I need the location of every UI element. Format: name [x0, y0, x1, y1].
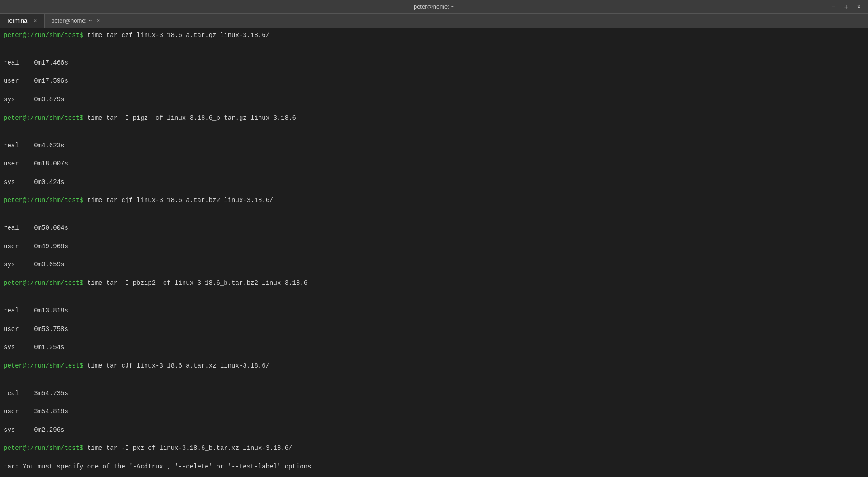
term-cmd: time tar -I pxz cf linux-3.18.6_b.tar.xz…	[83, 444, 292, 452]
tab-spacer	[108, 14, 868, 28]
tab-terminal[interactable]: Terminal ×	[0, 14, 45, 28]
term-command-line: peter@:/run/shm/test$ time tar -I pigz -…	[4, 113, 864, 123]
tab-terminal-close[interactable]: ×	[32, 17, 38, 24]
tab-home-close[interactable]: ×	[95, 17, 101, 24]
term-output-line: user 0m17.596s	[4, 76, 864, 85]
term-output-line: real 0m50.004s	[4, 223, 864, 232]
term-prompt: peter@:/run/shm/test$	[4, 114, 83, 122]
term-cmd: time tar -I pigz -cf linux-3.18.6_b.tar.…	[83, 114, 296, 122]
tab-home[interactable]: peter@home: ~ ×	[45, 14, 108, 28]
terminal-pane[interactable]: peter@:/run/shm/test$ time tar czf linux…	[0, 28, 868, 477]
window-frame: peter@home: ~ − + × Terminal × peter@hom…	[0, 0, 868, 477]
term-prompt: peter@:/run/shm/test$	[4, 362, 83, 369]
term-cmd: time tar cjf linux-3.18.6_a.tar.bz2 linu…	[83, 197, 273, 204]
term-output-line: sys 0m1.254s	[4, 343, 864, 352]
tab-home-label: peter@home: ~	[51, 17, 92, 24]
term-output-line: user 0m49.968s	[4, 242, 864, 251]
maximize-button[interactable]: +	[842, 2, 851, 11]
term-command-line: peter@:/run/shm/test$ time tar cjf linux…	[4, 196, 864, 205]
term-command-line: peter@:/run/shm/test$ time tar cJf linux…	[4, 361, 864, 370]
title-bar: peter@home: ~ − + ×	[0, 0, 868, 14]
term-prompt: peter@:/run/shm/test$	[4, 32, 83, 39]
term-empty-line	[4, 214, 864, 223]
window-title: peter@home: ~	[414, 3, 454, 10]
term-output-line: user 3m54.818s	[4, 407, 864, 416]
term-prompt: peter@:/run/shm/test$	[4, 197, 83, 204]
tab-bar: Terminal × peter@home: ~ ×	[0, 14, 868, 28]
term-empty-line	[4, 379, 864, 388]
window-controls: − + ×	[829, 2, 863, 11]
term-command-line: peter@:/run/shm/test$ time tar -I pbzip2…	[4, 279, 864, 288]
term-empty-line	[4, 297, 864, 306]
term-output-line: real 0m13.818s	[4, 306, 864, 315]
term-output-line: real 3m54.735s	[4, 389, 864, 398]
term-cmd: time tar czf linux-3.18.6_a.tar.gz linux…	[83, 32, 269, 39]
term-output-line: user 0m18.007s	[4, 159, 864, 168]
term-cmd: time tar -I pbzip2 -cf linux-3.18.6_b.ta…	[83, 279, 307, 287]
term-output-line: sys 0m0.424s	[4, 178, 864, 187]
terminal-content: peter@:/run/shm/test$ time tar czf linux…	[0, 28, 868, 477]
term-output-line: sys 0m0.879s	[4, 95, 864, 104]
term-prompt: peter@:/run/shm/test$	[4, 279, 83, 287]
minimize-button[interactable]: −	[829, 2, 838, 11]
term-empty-line	[4, 132, 864, 141]
term-cmd: time tar cJf linux-3.18.6_a.tar.xz linux…	[83, 362, 269, 369]
term-output-line: sys 0m0.659s	[4, 260, 864, 269]
term-output-line: user 0m53.758s	[4, 325, 864, 334]
term-command-line: peter@:/run/shm/test$ time tar -I pxz cf…	[4, 444, 864, 453]
term-output-line: tar: You must specify one of the '-Acdtr…	[4, 462, 864, 471]
term-output-line: real 0m17.466s	[4, 58, 864, 67]
tab-terminal-label: Terminal	[6, 17, 28, 24]
term-empty-line	[4, 49, 864, 58]
term-command-line: peter@:/run/shm/test$ time tar czf linux…	[4, 31, 864, 40]
term-prompt: peter@:/run/shm/test$	[4, 444, 83, 452]
close-window-button[interactable]: ×	[854, 2, 863, 11]
term-output-line: real 0m4.623s	[4, 141, 864, 150]
term-output-line: sys 0m2.296s	[4, 425, 864, 434]
